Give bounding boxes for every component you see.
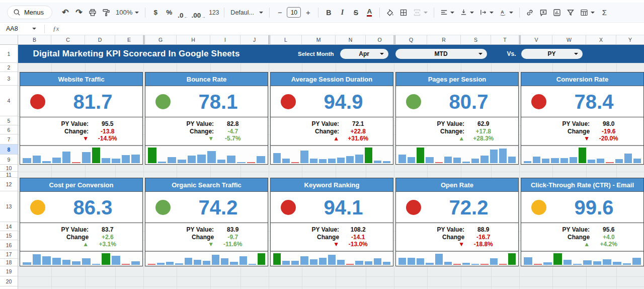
text-wrap-select[interactable] [477, 9, 496, 16]
row-header[interactable]: 7 [0, 134, 18, 144]
trend-arrow-icon: ▼ [521, 135, 590, 141]
chart-bar [23, 262, 31, 265]
chart-bar [346, 264, 354, 265]
zoom-select[interactable]: 100% [113, 6, 141, 19]
comparison-dropdown[interactable]: PY [521, 49, 583, 59]
strikethrough-button[interactable]: S [349, 6, 362, 19]
name-box[interactable]: AA8 [6, 25, 41, 32]
row-header[interactable]: 11 [0, 172, 18, 178]
number-format-button[interactable]: 123 [207, 6, 220, 19]
period-dropdown[interactable]: MTD [395, 49, 487, 59]
row-header[interactable]: 18 [0, 259, 18, 266]
status-indicator-icon [155, 94, 171, 109]
italic-button[interactable]: I [336, 6, 349, 19]
column-header[interactable]: C [51, 35, 85, 45]
column-header[interactable]: H [177, 35, 210, 45]
kpi-card[interactable]: Cost per Conversion 86.3 PY Value: 83.7 … [20, 178, 143, 266]
fill-color-button[interactable] [383, 6, 396, 19]
row-header[interactable]: 9 [0, 155, 18, 165]
arrow-left-icon: ← [184, 15, 188, 19]
print-button[interactable] [86, 6, 99, 19]
format-percent-button[interactable]: % [163, 6, 176, 19]
text-rotation-select[interactable]: A [497, 9, 516, 16]
decrease-decimal-button[interactable]: .0 ← [176, 6, 189, 19]
insert-comment-button[interactable] [537, 6, 550, 19]
functions-button[interactable]: Σ [598, 6, 611, 19]
trend-arrow-icon: ▼ [145, 241, 214, 247]
redo-button[interactable]: ↷ [72, 6, 86, 19]
row-header[interactable]: 1 [0, 45, 18, 63]
column-header[interactable]: S [461, 35, 491, 45]
merge-cells-button[interactable] [411, 9, 430, 17]
column-header[interactable]: E [115, 35, 143, 45]
kpi-card[interactable]: Average Session Duration 94.9 PY Value: … [270, 72, 393, 165]
insert-link-button[interactable] [523, 6, 536, 19]
row-header[interactable]: 2 [0, 63, 18, 72]
status-indicator-icon [531, 94, 546, 109]
column-header[interactable]: Q [394, 35, 427, 45]
kpi-card[interactable]: Conversion Rate 78.4 PY Value: 98.0 Chan… [521, 72, 644, 165]
chart-bar [282, 159, 290, 163]
select-all-corner[interactable] [0, 35, 18, 45]
row-header[interactable]: 10 [0, 165, 18, 172]
row-header[interactable]: 20 [0, 276, 18, 286]
menus-button[interactable]: Menus [7, 6, 52, 19]
create-filter-button[interactable] [564, 6, 577, 19]
kpi-card[interactable]: Bounce Rate 78.1 PY Value: 82.8 Change: … [145, 72, 268, 165]
column-header[interactable]: R [427, 35, 461, 45]
row-header[interactable]: 16 [0, 240, 18, 250]
insert-chart-button[interactable] [550, 6, 564, 19]
row-header[interactable]: 14 [0, 222, 18, 231]
row-header[interactable]: 15 [0, 231, 18, 240]
column-header[interactable]: X [586, 35, 616, 45]
text-color-button[interactable]: A [363, 6, 376, 19]
format-currency-button[interactable]: $ [149, 6, 162, 19]
table-select[interactable] [578, 9, 597, 17]
borders-button[interactable] [397, 6, 410, 19]
kpi-card[interactable]: Organic Search Traffic 74.2 PY Value: 83… [145, 178, 268, 266]
formula-input[interactable] [59, 23, 644, 35]
font-size-input[interactable]: 10 [287, 7, 301, 18]
row-header[interactable]: 5 [0, 116, 18, 125]
paint-format-button[interactable] [100, 6, 113, 19]
decrease-font-size-button[interactable]: − [273, 6, 286, 19]
row-header[interactable]: 13 [0, 191, 18, 222]
chart-bar [168, 157, 176, 163]
increase-font-size-button[interactable]: + [301, 6, 314, 19]
column-header[interactable]: M [302, 35, 336, 45]
kpi-card[interactable]: Website Traffic 81.7 PY Value: 95.5 Chan… [20, 72, 143, 165]
column-header[interactable]: I [210, 35, 240, 45]
increase-decimal-button[interactable]: .00 → [190, 6, 207, 19]
row-header[interactable]: 19 [0, 266, 18, 276]
column-header[interactable]: N [336, 35, 366, 45]
row-header[interactable]: 8 [0, 144, 18, 155]
undo-button[interactable]: ↶ [59, 6, 72, 19]
kpi-card[interactable]: Pages per Session 80.7 PY Value: 62.9 Ch… [395, 72, 519, 165]
column-header[interactable]: T [491, 35, 519, 45]
column-header[interactable]: B [18, 35, 51, 45]
row-header[interactable]: 4 [0, 86, 18, 116]
month-dropdown[interactable]: Apr [340, 49, 388, 59]
chart-bar [374, 161, 381, 163]
row-header[interactable]: 3 [0, 72, 18, 86]
column-header[interactable]: D [85, 35, 115, 45]
kpi-card[interactable]: Click-Through Rate (CTR) - Email 99.6 PY… [521, 178, 644, 266]
column-header[interactable]: Y [616, 35, 644, 45]
kpi-card[interactable]: Keyword Ranking 94.1 PY Value: 108.2 Cha… [270, 178, 393, 266]
column-header[interactable]: J [240, 35, 269, 45]
kpi-card[interactable]: Open Rate 72.2 PY Value: 88.9 Change -16… [395, 178, 519, 266]
row-header[interactable]: 12 [0, 178, 18, 191]
row-header[interactable]: 17 [0, 250, 18, 259]
column-header[interactable]: W [552, 35, 586, 45]
horizontal-align-select[interactable] [438, 9, 457, 16]
bold-button[interactable]: B [322, 6, 335, 19]
row-header[interactable]: 6 [0, 125, 18, 134]
column-header[interactable]: L [269, 35, 302, 45]
column-header[interactable]: G [143, 35, 177, 45]
chevron-down-icon [478, 53, 482, 55]
vertical-align-select[interactable] [457, 9, 476, 16]
scorecard-banner[interactable]: Digital Marketing KPI Scorecard In Googl… [18, 45, 644, 63]
column-header[interactable]: V [519, 35, 552, 45]
column-header[interactable]: O [366, 35, 394, 45]
font-select[interactable]: Defaul... [228, 9, 266, 16]
